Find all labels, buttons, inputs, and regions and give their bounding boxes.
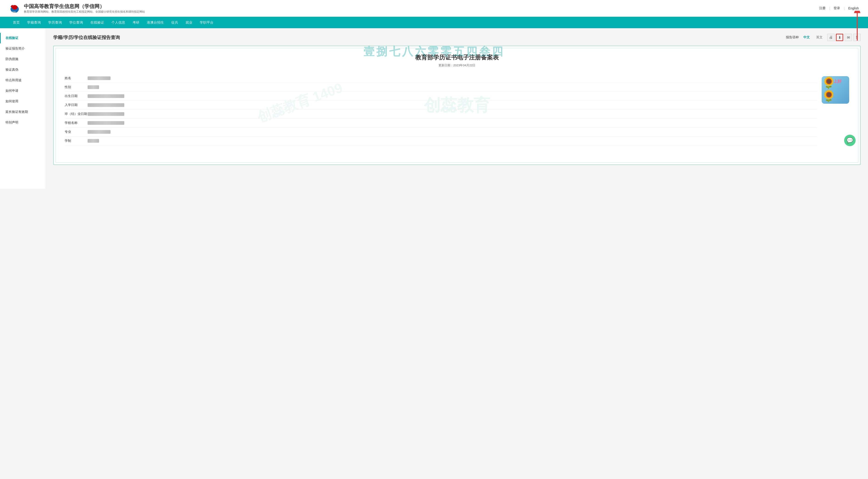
cert-content: 姓名 性别 出生日期 入学日期 (65, 74, 849, 145)
field-label-name: 姓名 (65, 76, 88, 80)
nav-zhengbing[interactable]: 征兵 (168, 17, 182, 28)
cert-fields: 姓名 性别 出生日期 入学日期 (65, 74, 817, 145)
annotation-arrow (850, 11, 864, 43)
chsi-logo: CHSI (9, 3, 20, 14)
nav-xuejichaxun[interactable]: 学籍查询 (23, 17, 44, 28)
nav-zaixianyanzheng[interactable]: 在线验证 (87, 17, 108, 28)
main-content: 学籍/学历/学位在线验证报告查询 报告语种 中文 英文 🖨 ⬇ ✉ (46, 28, 868, 189)
nav-wrapper: 首页 学籍查询 学历查询 学位查询 在线验证 个人信息 考研 港澳台招生 征兵 … (0, 17, 868, 28)
field-label-enroll: 入学日期 (65, 103, 88, 107)
field-label-grad: 毕（结）业日期 (65, 112, 88, 116)
site-title: 中国高等教育学生信息网（学信网） (24, 3, 145, 10)
lang-english-btn[interactable]: 英文 (814, 35, 825, 40)
cert-field-duration: 学制 (65, 137, 817, 145)
sidebar: 在线验证 验证报告简介 防伪措施 验证真伪 特点和用途 如何申请 如何使用 延长… (0, 28, 46, 189)
cert-sticker: 早上好 🌻🌻 (822, 76, 849, 104)
email-icon: ✉ (847, 35, 850, 40)
field-value-enroll (88, 103, 124, 107)
cert-field-enroll: 入学日期 (65, 101, 817, 110)
field-label-major: 专业 (65, 130, 88, 134)
sidebar-item-tebie[interactable]: 特别声明 (0, 117, 45, 128)
sidebar-item-yanzhengbaogao[interactable]: 验证报告简介 (0, 43, 45, 54)
print-btn[interactable]: 🖨 (827, 34, 835, 41)
english-link[interactable]: English (848, 6, 859, 10)
nav-xuezhi[interactable]: 学职平台 (196, 17, 217, 28)
field-value-gender (88, 85, 99, 89)
cert-field-major: 专业 (65, 127, 817, 137)
cert-field-gender: 性别 (65, 83, 817, 92)
sidebar-item-tedian[interactable]: 特点和用途 (0, 75, 45, 86)
field-label-birth: 出生日期 (65, 94, 88, 98)
field-value-grad (88, 112, 124, 116)
sidebar-item-fangwei[interactable]: 防伪措施 (0, 54, 45, 64)
certificate-card: 创蕊教育 创蕊教育 1409 教育部学历证书电子注册备案表 更新日期：2023年… (53, 46, 861, 165)
print-icon: 🖨 (829, 35, 833, 39)
field-value-school (88, 121, 124, 125)
field-label-duration: 学制 (65, 139, 88, 143)
login-link[interactable]: 登录 (834, 6, 840, 10)
cert-title: 教育部学历证书电子注册备案表 (65, 54, 849, 61)
sidebar-item-ruhe-shiyong[interactable]: 如何使用 (0, 96, 45, 107)
nav-gerenxinxi[interactable]: 个人信息 (108, 17, 129, 28)
field-value-major (88, 130, 111, 134)
download-btn[interactable]: ⬇ (836, 34, 843, 41)
nav-jiuye[interactable]: 就业 (182, 17, 196, 28)
page-header: CHSI 中国高等教育学生信息网（学信网） 教育部学历查询网站、教育部高校招生阳… (0, 0, 868, 17)
cert-field-name: 姓名 (65, 74, 817, 83)
cert-update-date: 更新日期：2023年04月22日 (65, 63, 849, 67)
nav-xueweichaxun[interactable]: 学位查询 (66, 17, 87, 28)
sticker-sunflowers: 🌻🌻 (822, 76, 849, 102)
header-divider-2: | (844, 6, 845, 10)
sidebar-item-ruhe-shenqing[interactable]: 如何申请 (0, 86, 45, 96)
svg-point-1 (12, 5, 18, 10)
svg-text:CHSI: CHSI (11, 11, 16, 13)
lang-chinese-btn[interactable]: 中文 (802, 35, 812, 40)
field-label-gender: 性别 (65, 85, 88, 89)
field-value-name (88, 77, 111, 80)
logo-area: CHSI 中国高等教育学生信息网（学信网） 教育部学历查询网站、教育部高校招生阳… (9, 3, 145, 14)
field-label-school: 学校名称 (65, 121, 88, 125)
nav-ganao[interactable]: 港澳台招生 (143, 17, 168, 28)
report-lang-label: 报告语种 (786, 35, 799, 39)
main-header: 学籍/学历/学位在线验证报告查询 报告语种 中文 英文 🖨 ⬇ ✉ (53, 34, 861, 41)
page-title: 学籍/学历/学位在线验证报告查询 (53, 34, 120, 40)
cert-field-school: 学校名称 (65, 119, 817, 127)
nav-xuelichaxun[interactable]: 学历查询 (44, 17, 66, 28)
cert-right: 早上好 🌻🌻 (822, 74, 849, 145)
field-value-duration (88, 139, 99, 143)
sidebar-item-yanchang[interactable]: 延长验证有效期 (0, 107, 45, 117)
nav-bar: 首页 学籍查询 学历查询 学位查询 在线验证 个人信息 考研 港澳台招生 征兵 … (0, 17, 868, 28)
header-actions: 注册 | 登录 | English (819, 6, 859, 10)
site-subtitle: 教育部学历查询网站、教育部高校招生阳光工程指定网站、全国硕士研究生招生报名和调剂… (24, 10, 145, 14)
register-link[interactable]: 注册 (819, 6, 826, 10)
sidebar-item-yanzhengzhenwei[interactable]: 验证真伪 (0, 64, 45, 75)
cert-field-grad: 毕（结）业日期 (65, 110, 817, 119)
nav-kaoyan[interactable]: 考研 (129, 17, 143, 28)
content-area: 在线验证 验证报告简介 防伪措施 验证真伪 特点和用途 如何申请 如何使用 延长… (0, 28, 868, 189)
nav-home[interactable]: 首页 (9, 17, 23, 28)
sidebar-item-zaixianyanzheng[interactable]: 在线验证 (0, 33, 45, 43)
field-value-birth (88, 94, 124, 98)
cert-field-birth: 出生日期 (65, 92, 817, 101)
logo-text: 中国高等教育学生信息网（学信网） 教育部学历查询网站、教育部高校招生阳光工程指定… (24, 3, 145, 14)
header-divider: | (829, 6, 830, 10)
download-icon: ⬇ (838, 35, 841, 40)
report-controls: 报告语种 中文 英文 🖨 ⬇ ✉ ⠿ (786, 34, 861, 41)
